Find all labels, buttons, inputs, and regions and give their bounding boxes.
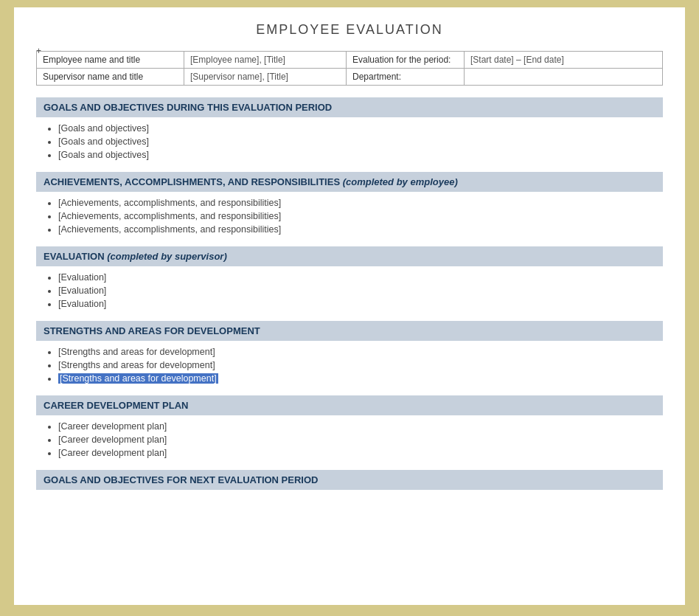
section-goals-next: GOALS AND OBJECTIVES FOR NEXT EVALUATION… <box>36 470 663 490</box>
sections-container: GOALS AND OBJECTIVES DURING THIS EVALUAT… <box>36 97 663 490</box>
info-value2[interactable]: [Start date] – [End date] <box>465 52 663 69</box>
list-item[interactable]: [Evaluation] <box>58 285 663 296</box>
list-item[interactable]: [Achievements, accomplishments, and resp… <box>58 211 663 221</box>
section-list-career: [Career development plan][Career develop… <box>36 421 663 458</box>
section-list-evaluation: [Evaluation][Evaluation][Evaluation] <box>36 272 663 309</box>
section-header-achievements: ACHIEVEMENTS, ACCOMPLISHMENTS, AND RESPO… <box>36 172 663 192</box>
section-header-goals: GOALS AND OBJECTIVES DURING THIS EVALUAT… <box>36 97 663 117</box>
section-header-text: STRENGTHS AND AREAS FOR DEVELOPMENT <box>44 325 260 336</box>
info-label: Employee name and title <box>37 52 184 69</box>
list-item[interactable]: [Goals and objectives] <box>58 123 663 134</box>
info-label2: Department: <box>347 69 465 86</box>
list-item[interactable]: [Career development plan] <box>58 448 663 458</box>
list-item[interactable]: [Career development plan] <box>58 435 663 445</box>
section-achievements: ACHIEVEMENTS, ACCOMPLISHMENTS, AND RESPO… <box>36 172 663 235</box>
info-value[interactable]: [Employee name], [Title] <box>184 52 347 69</box>
list-item[interactable]: [Strengths and areas for development] <box>58 373 663 384</box>
section-header-goals-next: GOALS AND OBJECTIVES FOR NEXT EVALUATION… <box>36 470 663 490</box>
section-goals: GOALS AND OBJECTIVES DURING THIS EVALUAT… <box>36 97 663 160</box>
section-career: CAREER DEVELOPMENT PLAN[Career developme… <box>36 395 663 458</box>
section-evaluation: EVALUATION (completed by supervisor)[Eva… <box>36 246 663 309</box>
section-header-text: EVALUATION <box>44 251 105 262</box>
section-list-achievements: [Achievements, accomplishments, and resp… <box>36 198 663 235</box>
list-item[interactable]: [Evaluation] <box>58 299 663 309</box>
section-header-italic: (completed by supervisor) <box>107 251 227 262</box>
highlighted-text: [Strengths and areas for development] <box>58 373 218 384</box>
list-item[interactable]: [Career development plan] <box>58 421 663 432</box>
section-header-text: GOALS AND OBJECTIVES DURING THIS EVALUAT… <box>44 102 332 113</box>
plus-icon[interactable]: + <box>36 46 41 56</box>
section-header-text: ACHIEVEMENTS, ACCOMPLISHMENTS, AND RESPO… <box>44 176 340 187</box>
info-value[interactable]: [Supervisor name], [Title] <box>184 69 347 86</box>
list-item[interactable]: [Achievements, accomplishments, and resp… <box>58 198 663 208</box>
info-table-row: Employee name and title[Employee name], … <box>37 52 663 69</box>
page-title: EMPLOYEE EVALUATION <box>36 22 663 38</box>
section-header-italic: (completed by employee) <box>343 176 458 187</box>
section-header-evaluation: EVALUATION (completed by supervisor) <box>36 246 663 266</box>
list-item[interactable]: [Evaluation] <box>58 272 663 283</box>
section-header-text: CAREER DEVELOPMENT PLAN <box>44 400 188 411</box>
section-header-strengths: STRENGTHS AND AREAS FOR DEVELOPMENT <box>36 321 663 341</box>
section-header-text: GOALS AND OBJECTIVES FOR NEXT EVALUATION… <box>44 474 318 485</box>
info-value2[interactable] <box>465 69 663 86</box>
section-strengths: STRENGTHS AND AREAS FOR DEVELOPMENT[Stre… <box>36 321 663 384</box>
section-header-career: CAREER DEVELOPMENT PLAN <box>36 395 663 415</box>
section-list-goals: [Goals and objectives][Goals and objecti… <box>36 123 663 160</box>
list-item[interactable]: [Achievements, accomplishments, and resp… <box>58 224 663 235</box>
list-item[interactable]: [Goals and objectives] <box>58 136 663 147</box>
info-label2: Evaluation for the period: <box>347 52 465 69</box>
page: EMPLOYEE EVALUATION + Employee name and … <box>14 7 685 605</box>
info-label: Supervisor name and title <box>37 69 184 86</box>
list-item[interactable]: [Goals and objectives] <box>58 150 663 160</box>
section-list-strengths: [Strengths and areas for development][St… <box>36 347 663 384</box>
info-table: Employee name and title[Employee name], … <box>36 51 663 86</box>
list-item[interactable]: [Strengths and areas for development] <box>58 347 663 357</box>
info-table-row: Supervisor name and title[Supervisor nam… <box>37 69 663 86</box>
list-item[interactable]: [Strengths and areas for development] <box>58 360 663 370</box>
